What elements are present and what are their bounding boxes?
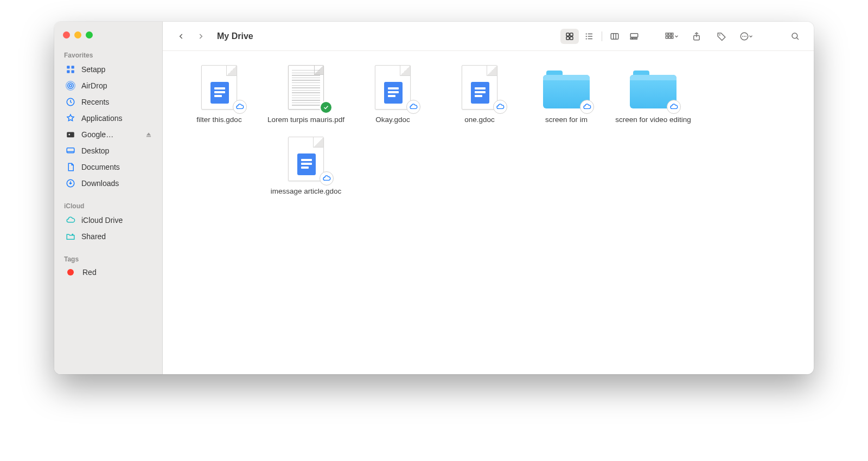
close-window-button[interactable] [63,31,70,39]
finder-window: Favorites Setapp AirDrop Recents Applica… [54,22,814,374]
svg-point-36 [744,36,745,37]
synced-status-icon [320,101,333,114]
file-thumbnail [283,136,329,182]
sidebar-section-tags: Tags [54,252,162,265]
sidebar-item-label: Red [82,268,97,277]
airdrop-icon [65,80,76,91]
svg-rect-29 [666,36,668,39]
group-by-button[interactable] [663,28,680,44]
file-item[interactable]: imessage article.gdoc [263,132,349,202]
action-menu-button[interactable] [738,28,755,44]
svg-point-20 [586,38,587,39]
zoom-window-button[interactable] [86,31,93,39]
cloud-status-icon [667,100,681,114]
sidebar-section-favorites: Favorites [54,48,162,61]
view-mode-segmented [560,28,643,44]
file-name-label: Lorem turpis mauris.pdf [267,115,344,125]
list-view-button[interactable] [580,29,598,44]
sidebar-item-google-drive[interactable]: Google… [56,126,160,143]
file-thumbnail [369,64,416,111]
svg-rect-21 [611,33,618,39]
gdoc-file-icon [201,65,237,110]
sidebar-item-label: Setapp [81,65,105,74]
sidebar-item-setapp[interactable]: Setapp [56,61,160,78]
minimize-window-button[interactable] [74,31,81,39]
column-view-button[interactable] [605,29,624,44]
gallery-view-button[interactable] [625,29,643,44]
svg-rect-14 [566,33,569,36]
sidebar-item-icloud-drive[interactable]: iCloud Drive [56,212,160,228]
svg-point-18 [586,33,587,34]
shared-folder-icon [65,231,76,242]
file-name-label: screen for video editing [615,115,691,125]
file-area[interactable]: filter this.gdocLorem turpis mauris.pdfO… [163,51,814,374]
svg-point-5 [68,83,74,89]
svg-rect-16 [566,36,569,39]
documents-icon [65,162,76,172]
file-item[interactable]: screen for im [523,61,610,130]
sidebar-item-documents[interactable]: Documents [56,159,160,175]
sidebar-item-shared[interactable]: Shared [56,228,160,245]
sidebar-item-downloads[interactable]: Downloads [56,175,160,191]
file-item[interactable]: one.gdoc [436,61,523,130]
sidebar-item-tag-red[interactable]: Red [56,265,160,279]
setapp-icon [65,64,76,75]
sidebar-item-label: Documents [81,163,120,171]
file-thumbnail [456,64,503,111]
sidebar-item-label: Shared [81,232,106,241]
tags-button[interactable] [713,28,730,44]
file-name-label: imessage article.gdoc [271,187,342,196]
sidebar-item-label: Applications [81,114,123,123]
icloud-icon [65,215,76,226]
svg-rect-22 [630,33,638,37]
svg-point-19 [586,35,587,36]
sidebar-item-label: AirDrop [81,81,107,90]
svg-point-33 [719,34,720,35]
sidebar-item-airdrop[interactable]: AirDrop [56,78,160,94]
svg-rect-0 [67,66,69,68]
main-pane: My Drive [163,22,814,374]
cloud-status-icon [233,100,247,114]
sidebar-item-desktop[interactable]: Desktop [56,143,160,159]
svg-rect-24 [633,38,635,39]
svg-rect-26 [666,33,668,35]
back-button[interactable] [174,29,189,44]
sidebar-section-icloud: iCloud [54,199,162,212]
sidebar-item-label: Recents [81,98,109,106]
svg-rect-1 [72,66,74,68]
sidebar-item-applications[interactable]: Applications [56,110,160,126]
svg-point-9 [68,134,70,136]
eject-icon[interactable] [145,131,152,138]
forward-button[interactable] [193,29,208,44]
svg-point-4 [69,85,72,87]
file-thumbnail [196,64,242,111]
file-name-label: one.gdoc [464,115,495,125]
sidebar-item-recents[interactable]: Recents [56,94,160,110]
file-thumbnail [283,64,329,111]
svg-rect-25 [635,38,637,39]
file-item[interactable]: screen for video editing [610,61,697,130]
svg-rect-28 [672,33,673,35]
file-name-label: filter this.gdoc [196,115,241,125]
cloud-status-icon [406,100,420,114]
svg-rect-15 [570,33,573,36]
sidebar-item-label: Google… [81,130,113,139]
file-item[interactable]: filter this.gdoc [176,61,263,130]
cloud-status-icon [580,100,594,114]
icon-view-button[interactable] [560,29,579,44]
location-title: My Drive [217,31,253,41]
share-button[interactable] [688,28,705,44]
file-thumbnail [630,64,676,111]
desktop-icon [65,145,76,156]
sidebar-item-label: Downloads [81,179,119,188]
file-name-label: screen for im [545,115,588,125]
pdf-file-icon [288,65,324,110]
file-item[interactable]: Okay.gdoc [349,61,436,130]
svg-rect-10 [146,136,151,137]
gdoc-file-icon [462,65,497,110]
gdoc-file-icon [375,65,411,110]
search-button[interactable] [787,28,804,44]
svg-rect-23 [630,38,632,39]
file-item[interactable]: Lorem turpis mauris.pdf [263,61,349,130]
svg-rect-17 [570,36,573,39]
